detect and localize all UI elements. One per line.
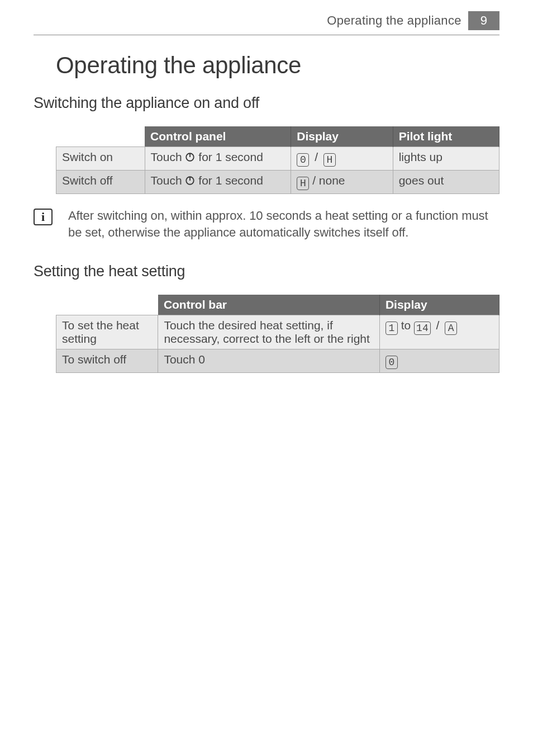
cell-suffix: for 1 second bbox=[198, 174, 263, 187]
cell-display: H / none bbox=[291, 171, 393, 194]
display-segment-icon: 0 bbox=[386, 356, 398, 369]
cell-pilot: lights up bbox=[393, 147, 499, 171]
table-header-empty bbox=[56, 295, 158, 315]
info-text: After switching on, within approx. 10 se… bbox=[68, 207, 499, 240]
table-row: To switch off Touch 0 0 bbox=[56, 349, 499, 373]
section-heading-setting-heat: Setting the heat setting bbox=[34, 263, 499, 280]
cell-label: To switch off bbox=[56, 349, 158, 373]
cell-prefix: Touch bbox=[151, 174, 185, 187]
section-heading-switching: Switching the appliance on and off bbox=[34, 94, 499, 112]
heat-setting-table: Control bar Display To set the heat sett… bbox=[56, 295, 499, 373]
page-number: 9 bbox=[468, 11, 499, 30]
table-header-display: Display bbox=[379, 295, 499, 315]
cell-label: Switch off bbox=[56, 171, 145, 194]
info-note: i After switching on, within approx. 10 … bbox=[34, 207, 499, 240]
cell-display: 0 bbox=[379, 349, 499, 373]
table-row: Switch on Touch for 1 second 0 / H light… bbox=[56, 147, 499, 171]
cell-control-bar: Touch 0 bbox=[158, 349, 380, 373]
display-segment-icon: H bbox=[323, 153, 336, 167]
display-suffix: / none bbox=[312, 174, 345, 187]
display-to: to bbox=[401, 319, 414, 332]
display-separator: / bbox=[434, 319, 442, 332]
cell-pilot: goes out bbox=[393, 171, 499, 194]
display-segment-icon: 1 bbox=[386, 322, 398, 335]
power-icon bbox=[185, 152, 195, 162]
table-row: Switch off Touch for 1 second H / none g… bbox=[56, 171, 499, 194]
display-segment-icon: 14 bbox=[414, 322, 431, 335]
power-icon bbox=[185, 176, 195, 186]
table-header-pilot-light: Pilot light bbox=[393, 126, 499, 147]
display-separator: / bbox=[312, 150, 320, 163]
display-segment-icon: 0 bbox=[297, 153, 309, 167]
info-icon: i bbox=[34, 209, 53, 225]
main-heading: Operating the appliance bbox=[56, 52, 499, 79]
cell-suffix: for 1 second bbox=[198, 150, 263, 163]
display-segment-icon: A bbox=[445, 322, 457, 335]
cell-control-bar: Touch the desired heat setting, if neces… bbox=[158, 315, 380, 349]
table-header-control-bar: Control bar bbox=[158, 295, 380, 315]
cell-prefix: Touch bbox=[151, 150, 185, 163]
cell-label: Switch on bbox=[56, 147, 145, 171]
table-header-control-panel: Control panel bbox=[145, 126, 291, 147]
page-header: Operating the appliance 9 bbox=[0, 0, 533, 35]
cell-control-panel: Touch for 1 second bbox=[145, 147, 291, 171]
header-title: Operating the appliance bbox=[327, 13, 461, 28]
table-header-empty bbox=[56, 126, 145, 147]
table-row: To set the heat setting Touch the desire… bbox=[56, 315, 499, 349]
display-segment-icon: H bbox=[297, 177, 309, 190]
cell-label: To set the heat setting bbox=[56, 315, 158, 349]
cell-display: 0 / H bbox=[291, 147, 393, 171]
table-header-display: Display bbox=[291, 126, 393, 147]
header-rule bbox=[34, 35, 499, 35]
switching-table: Control panel Display Pilot light Switch… bbox=[56, 126, 499, 194]
page-content: Operating the appliance Switching the ap… bbox=[0, 52, 533, 373]
cell-control-panel: Touch for 1 second bbox=[145, 171, 291, 194]
cell-display: 1 to 14 / A bbox=[379, 315, 499, 349]
